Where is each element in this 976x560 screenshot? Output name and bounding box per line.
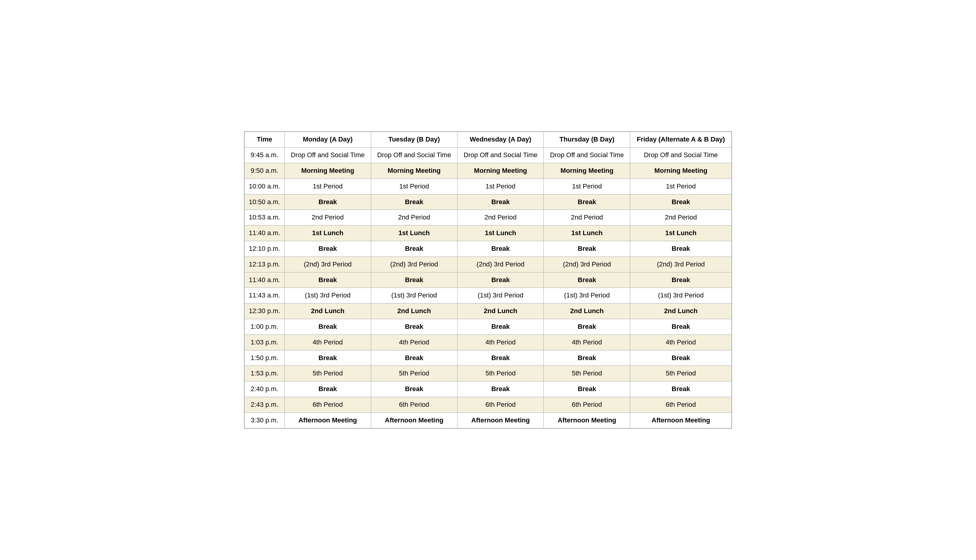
schedule-cell: Break	[544, 194, 630, 210]
table-row: 2:43 p.m.6th Period6th Period6th Period6…	[244, 397, 732, 412]
schedule-cell: Break	[630, 350, 732, 366]
schedule-cell: Break	[284, 350, 371, 366]
table-row: 1:50 p.m.BreakBreakBreakBreakBreak	[244, 350, 732, 366]
schedule-cell: 4th Period	[630, 335, 732, 350]
time-cell: 1:50 p.m.	[244, 350, 284, 366]
schedule-table: Time Monday (A Day) Tuesday (B Day) Wedn…	[244, 131, 732, 428]
schedule-cell: Break	[284, 272, 371, 288]
header-row: Time Monday (A Day) Tuesday (B Day) Wedn…	[244, 132, 732, 147]
table-row: 12:30 p.m.2nd Lunch2nd Lunch2nd Lunch2nd…	[244, 303, 732, 319]
table-row: 12:13 p.m.(2nd) 3rd Period(2nd) 3rd Peri…	[244, 257, 732, 272]
time-cell: 11:40 a.m.	[244, 225, 284, 241]
schedule-cell: Morning Meeting	[284, 163, 371, 179]
schedule-cell: Break	[544, 350, 630, 366]
table-row: 3:30 p.m.Afternoon MeetingAfternoon Meet…	[244, 412, 732, 428]
schedule-cell: Break	[457, 319, 544, 335]
schedule-cell: Break	[630, 319, 732, 335]
schedule-cell: 2nd Lunch	[544, 303, 630, 319]
schedule-cell: (2nd) 3rd Period	[544, 257, 630, 272]
time-cell: 3:30 p.m.	[244, 412, 284, 428]
schedule-cell: 4th Period	[457, 335, 544, 350]
schedule-cell: (2nd) 3rd Period	[630, 257, 732, 272]
schedule-cell: 5th Period	[457, 366, 544, 382]
schedule-cell: 2nd Lunch	[630, 303, 732, 319]
schedule-cell: Break	[457, 272, 544, 288]
schedule-cell: (1st) 3rd Period	[457, 288, 544, 303]
schedule-cell: 1st Lunch	[457, 225, 544, 241]
schedule-cell: 2nd Period	[457, 210, 544, 225]
schedule-cell: 5th Period	[371, 366, 457, 382]
schedule-cell: Morning Meeting	[457, 163, 544, 179]
schedule-cell: 5th Period	[544, 366, 630, 382]
schedule-cell: 1st Period	[544, 178, 630, 194]
table-row: 2:40 p.m.BreakBreakBreakBreakBreak	[244, 382, 732, 397]
table-row: 11:40 a.m.BreakBreakBreakBreakBreak	[244, 272, 732, 288]
time-cell: 12:13 p.m.	[244, 257, 284, 272]
schedule-cell: Break	[457, 382, 544, 397]
schedule-cell: Break	[630, 272, 732, 288]
table-row: 10:00 a.m.1st Period1st Period1st Period…	[244, 178, 732, 194]
schedule-cell: 6th Period	[544, 397, 630, 412]
schedule-cell: 6th Period	[371, 397, 457, 412]
schedule-cell: 5th Period	[630, 366, 732, 382]
schedule-cell: 1st Period	[371, 178, 457, 194]
time-cell: 10:53 a.m.	[244, 210, 284, 225]
schedule-cell: 4th Period	[284, 335, 371, 350]
schedule-cell: (1st) 3rd Period	[284, 288, 371, 303]
schedule-cell: Break	[371, 319, 457, 335]
schedule-cell: Break	[544, 272, 630, 288]
schedule-cell: Break	[371, 194, 457, 210]
schedule-cell: Break	[284, 241, 371, 257]
schedule-cell: Drop Off and Social Time	[630, 148, 732, 163]
table-row: 1:00 p.m.BreakBreakBreakBreakBreak	[244, 319, 732, 335]
table-row: 1:53 p.m.5th Period5th Period5th Period5…	[244, 366, 732, 382]
time-cell: 12:10 p.m.	[244, 241, 284, 257]
schedule-cell: 2nd Lunch	[371, 303, 457, 319]
schedule-cell: Break	[544, 319, 630, 335]
table-row: 11:40 a.m.1st Lunch1st Lunch1st Lunch1st…	[244, 225, 732, 241]
header-monday: Monday (A Day)	[284, 132, 371, 147]
schedule-cell: Afternoon Meeting	[544, 412, 630, 428]
schedule-cell: Morning Meeting	[371, 163, 457, 179]
schedule-cell: Afternoon Meeting	[630, 412, 732, 428]
schedule-cell: (2nd) 3rd Period	[371, 257, 457, 272]
schedule-cell: Break	[630, 194, 732, 210]
header-time: Time	[244, 132, 284, 147]
schedule-cell: 2nd Period	[544, 210, 630, 225]
schedule-cell: Break	[457, 241, 544, 257]
schedule-cell: Drop Off and Social Time	[457, 148, 544, 163]
schedule-cell: Break	[371, 272, 457, 288]
table-row: 11:43 a.m.(1st) 3rd Period(1st) 3rd Peri…	[244, 288, 732, 303]
table-row: 12:10 p.m.BreakBreakBreakBreakBreak	[244, 241, 732, 257]
time-cell: 9:45 a.m.	[244, 148, 284, 163]
time-cell: 12:30 p.m.	[244, 303, 284, 319]
schedule-container: Time Monday (A Day) Tuesday (B Day) Wedn…	[244, 131, 732, 428]
schedule-cell: Afternoon Meeting	[457, 412, 544, 428]
schedule-cell: (2nd) 3rd Period	[457, 257, 544, 272]
schedule-cell: Break	[630, 382, 732, 397]
schedule-cell: Break	[284, 382, 371, 397]
header-wednesday: Wednesday (A Day)	[457, 132, 544, 147]
time-cell: 11:40 a.m.	[244, 272, 284, 288]
schedule-cell: (1st) 3rd Period	[544, 288, 630, 303]
schedule-cell: 6th Period	[284, 397, 371, 412]
schedule-cell: 2nd Period	[630, 210, 732, 225]
schedule-cell: Morning Meeting	[630, 163, 732, 179]
schedule-cell: Morning Meeting	[544, 163, 630, 179]
table-row: 9:45 a.m.Drop Off and Social TimeDrop Of…	[244, 148, 732, 163]
schedule-cell: (2nd) 3rd Period	[284, 257, 371, 272]
table-row: 10:50 a.m.BreakBreakBreakBreakBreak	[244, 194, 732, 210]
schedule-cell: 1st Period	[457, 178, 544, 194]
schedule-cell: Break	[371, 241, 457, 257]
schedule-cell: 6th Period	[457, 397, 544, 412]
schedule-cell: 1st Lunch	[630, 225, 732, 241]
schedule-cell: (1st) 3rd Period	[630, 288, 732, 303]
table-row: 1:03 p.m.4th Period4th Period4th Period4…	[244, 335, 732, 350]
time-cell: 9:50 a.m.	[244, 163, 284, 179]
schedule-cell: 2nd Lunch	[284, 303, 371, 319]
time-cell: 2:40 p.m.	[244, 382, 284, 397]
header-thursday: Thursday (B Day)	[544, 132, 630, 147]
schedule-cell: Break	[457, 350, 544, 366]
schedule-cell: Break	[544, 382, 630, 397]
schedule-cell: Break	[630, 241, 732, 257]
